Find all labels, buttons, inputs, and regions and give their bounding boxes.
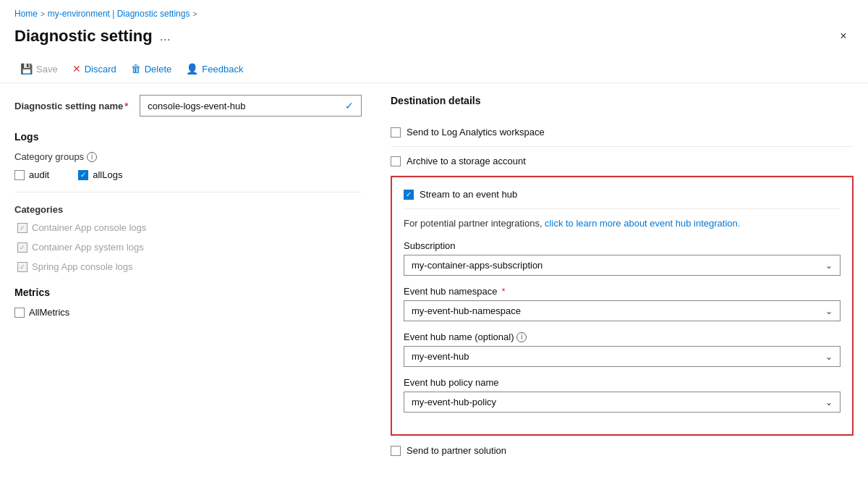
category-item-0: Container App console logs (14, 222, 362, 233)
breadcrumb-diagnostic[interactable]: my-environment | Diagnostic settings (48, 9, 190, 19)
dest-label-log-analytics: Send to Log Analytics workspace (407, 127, 545, 138)
event-hub-name-value: my-event-hub (412, 351, 469, 362)
policy-chevron-icon: ⌄ (825, 397, 833, 407)
event-hub-title: Stream to an event hub (420, 189, 517, 200)
event-hub-name-label: Event hub name (optional) i (404, 331, 841, 342)
feedback-label: Feedback (202, 64, 243, 75)
category-label-0: Container App console logs (32, 222, 146, 233)
left-panel: Diagnostic setting name* console-logs-ev… (14, 95, 362, 465)
dest-checkbox-storage[interactable] (391, 156, 401, 166)
all-metrics-checkbox[interactable] (14, 308, 25, 318)
discard-label: Discard (85, 64, 116, 75)
partner-text-prefix: For potential partner integrations, (404, 218, 545, 229)
event-hub-namespace-label: Event hub namespace * (404, 286, 841, 297)
all-logs-checkbox-item[interactable]: allLogs (78, 169, 122, 180)
discard-icon: ✕ (72, 63, 81, 75)
all-logs-label: allLogs (93, 169, 122, 180)
dest-checkbox-partner[interactable] (391, 446, 401, 456)
categories-header: Categories (14, 204, 362, 215)
logs-section-header: Logs (14, 131, 362, 143)
partner-link[interactable]: click to learn more about event hub inte… (545, 218, 740, 229)
dest-option-storage[interactable]: Archive to a storage account (391, 147, 854, 176)
metrics-section: Metrics AllMetrics (14, 287, 362, 318)
category-item-2: Spring App console logs (14, 261, 362, 272)
category-groups-checkboxes: audit allLogs (14, 169, 362, 180)
discard-button[interactable]: ✕ Discard (67, 59, 122, 78)
save-icon: 💾 (20, 63, 33, 75)
subscription-label: Subscription (404, 240, 841, 251)
category-groups-row: Category groups i (14, 151, 362, 162)
event-hub-namespace-field: Event hub namespace * my-event-hub-names… (404, 286, 841, 321)
event-hub-name-field: Event hub name (optional) i my-event-hub… (404, 331, 841, 367)
diagnostic-name-label: Diagnostic setting name* (14, 101, 128, 111)
breadcrumb-chevron-1: > (41, 10, 45, 18)
category-label-1: Container App system logs (32, 242, 144, 253)
namespace-value: my-event-hub-namespace (412, 305, 521, 316)
category-groups-label: Category groups (14, 151, 84, 162)
toolbar: 💾 Save ✕ Discard 🗑 Delete 👤 Feedback (0, 55, 868, 83)
main-content: Diagnostic setting name* console-logs-ev… (0, 95, 868, 465)
category-checkbox-0[interactable] (17, 223, 27, 233)
title-bar: Diagnostic setting ... × (0, 23, 868, 55)
audit-checkbox[interactable] (14, 170, 25, 180)
namespace-required: * (501, 286, 505, 297)
partner-solution-label: Send to partner solution (407, 445, 506, 456)
audit-label: audit (29, 169, 49, 180)
event-hub-policy-field: Event hub policy name my-event-hub-polic… (404, 377, 841, 413)
metrics-section-header: Metrics (14, 287, 362, 298)
all-logs-checkbox[interactable] (78, 170, 88, 180)
subscription-dropdown[interactable]: my-container-apps-subscription ⌄ (404, 255, 841, 276)
diagnostic-name-value: console-logs-event-hub (148, 101, 245, 111)
dest-label-storage: Archive to a storage account (407, 156, 526, 166)
page-title: Diagnostic setting (14, 27, 153, 46)
category-checkbox-2[interactable] (17, 262, 27, 272)
category-label-2: Spring App console logs (32, 261, 132, 272)
category-item-1: Container App system logs (14, 242, 362, 253)
breadcrumb: Home > my-environment | Diagnostic setti… (0, 0, 868, 23)
event-hub-policy-label: Event hub policy name (404, 377, 841, 388)
all-metrics-label: AllMetrics (29, 307, 69, 318)
title-ellipsis[interactable]: ... (160, 29, 171, 44)
feedback-icon: 👤 (186, 63, 198, 75)
subscription-value: my-container-apps-subscription (412, 260, 542, 271)
breadcrumb-home[interactable]: Home (14, 9, 38, 19)
event-hub-policy-dropdown[interactable]: my-event-hub-policy ⌄ (404, 392, 841, 413)
partner-solution-option[interactable]: Send to partner solution (391, 436, 854, 465)
delete-icon: 🗑 (131, 63, 141, 75)
input-check-icon: ✓ (345, 100, 354, 111)
event-hub-policy-value: my-event-hub-policy (412, 397, 496, 407)
logs-divider (14, 192, 362, 193)
category-checkbox-1[interactable] (17, 242, 27, 253)
delete-label: Delete (145, 64, 172, 75)
event-hub-name-dropdown[interactable]: my-event-hub ⌄ (404, 346, 841, 367)
event-hub-namespace-dropdown[interactable]: my-event-hub-namespace ⌄ (404, 300, 841, 321)
diagnostic-name-row: Diagnostic setting name* console-logs-ev… (14, 95, 362, 117)
subscription-chevron-icon: ⌄ (825, 261, 833, 271)
breadcrumb-chevron-2: > (192, 10, 197, 18)
save-label: Save (36, 64, 58, 75)
diagnostic-name-input[interactable]: console-logs-event-hub ✓ (140, 95, 362, 117)
page-container: Home > my-environment | Diagnostic setti… (0, 0, 868, 482)
partner-text: For potential partner integrations, clic… (404, 218, 841, 229)
dest-checkbox-log-analytics[interactable] (391, 127, 401, 138)
namespace-chevron-icon: ⌄ (825, 306, 833, 316)
event-hub-name-chevron-icon: ⌄ (825, 352, 833, 362)
category-groups-info-icon[interactable]: i (87, 152, 97, 162)
subscription-field: Subscription my-container-apps-subscript… (404, 240, 841, 276)
feedback-button[interactable]: 👤 Feedback (180, 59, 249, 78)
event-hub-name-info-icon[interactable]: i (516, 332, 527, 342)
event-hub-section: Stream to an event hub For potential par… (391, 176, 854, 436)
audit-checkbox-item[interactable]: audit (14, 169, 49, 180)
close-button[interactable]: × (833, 26, 854, 46)
right-panel: Destination details Send to Log Analytic… (391, 95, 854, 465)
save-button[interactable]: 💾 Save (14, 59, 64, 78)
event-hub-header: Stream to an event hub (404, 189, 841, 209)
delete-button[interactable]: 🗑 Delete (125, 59, 178, 78)
title-left: Diagnostic setting ... (14, 27, 171, 46)
dest-checkbox-event-hub[interactable] (404, 190, 414, 200)
all-metrics-item[interactable]: AllMetrics (14, 307, 362, 318)
destination-section-header: Destination details (391, 95, 854, 106)
dest-option-log-analytics[interactable]: Send to Log Analytics workspace (391, 118, 854, 147)
